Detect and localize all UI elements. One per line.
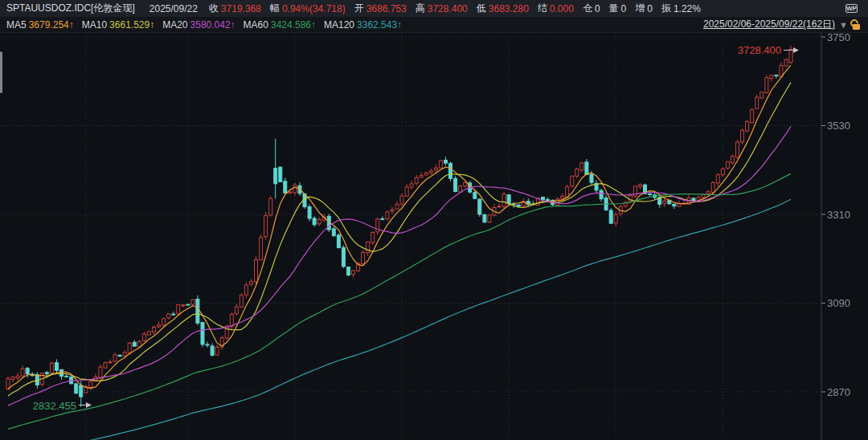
candle-body: [755, 97, 759, 108]
candle-body: [381, 218, 384, 219]
y-axis-label: 2870: [827, 386, 850, 398]
candle-body: [478, 199, 481, 214]
candle-body: [434, 168, 437, 170]
ma-value: 3424.586↑: [271, 19, 316, 31]
ma-item-ma60: MA603424.586↑: [244, 19, 316, 31]
candle-body: [395, 205, 399, 210]
candle-body: [289, 192, 292, 193]
candle-body: [600, 190, 603, 199]
quote-field-9: 振1.22%: [661, 2, 701, 15]
ma120-line: [8, 199, 791, 440]
quote-field-label: 开: [354, 2, 364, 15]
quote-field-2: 开3686.753: [354, 2, 407, 15]
candle-body: [464, 182, 467, 185]
candle-body: [162, 319, 166, 325]
candle-body: [244, 285, 248, 295]
candle-body: [26, 369, 29, 374]
y-axis-label: 3090: [827, 297, 850, 309]
candle-body: [628, 195, 632, 202]
candle-body: [65, 376, 68, 377]
candle-body: [614, 214, 617, 223]
ma-value: 3679.254↑: [29, 19, 74, 31]
quote-field-value: 0: [595, 3, 600, 14]
chevron-down-icon[interactable]: ▼: [839, 20, 848, 30]
candle-body: [113, 355, 117, 361]
candle-body: [337, 235, 340, 248]
candle-body: [711, 182, 714, 192]
period-low-label: 2832.455: [33, 400, 76, 412]
candle-body: [332, 229, 335, 236]
ma-label: MA120: [324, 19, 354, 31]
unlocked-padlock-icon[interactable]: [852, 19, 862, 30]
ma-item-ma20: MA203580.042↑: [162, 19, 235, 31]
candle-body: [483, 215, 486, 222]
candle-body: [784, 59, 788, 66]
candle-body: [362, 252, 365, 263]
ma20-line: [8, 126, 791, 405]
candle-body: [775, 75, 778, 76]
quote-field-4: 低3683.280: [477, 2, 529, 15]
candle-body: [561, 197, 564, 199]
ma-value: 3661.529↑: [109, 19, 154, 31]
candle-body: [147, 332, 150, 335]
candle-body: [692, 198, 695, 201]
quote-fields: 收3719.368幅0.94%(34.718)开3686.753高3728.40…: [209, 2, 710, 15]
quote-field-label: 仓: [583, 2, 592, 15]
candle-body: [473, 193, 477, 199]
candle-body: [215, 347, 219, 355]
candle-body: [575, 169, 579, 177]
candle-body: [386, 212, 389, 219]
range-selector: 2025/02/06-2025/09/22(162日) ▼: [703, 18, 868, 31]
candle-body: [89, 381, 92, 387]
quote-field-value: 0: [621, 3, 627, 14]
quote-field-7: 量0: [609, 2, 627, 15]
candle-body: [45, 373, 48, 374]
quote-field-label: 收: [209, 2, 219, 15]
candle-body: [639, 185, 642, 187]
candle-body: [177, 305, 180, 314]
candle-body: [11, 377, 14, 380]
candle-body: [444, 160, 448, 163]
candle-body: [751, 110, 754, 123]
candle-body: [235, 307, 238, 313]
candle-body: [250, 282, 253, 284]
candle-body: [410, 184, 413, 187]
candle-body: [191, 299, 194, 304]
candle-body: [502, 194, 506, 206]
wp-monitor-icon[interactable]: WP: [845, 2, 863, 15]
quote-field-label: 低: [477, 2, 486, 15]
candle-body: [649, 194, 652, 195]
candle-body: [741, 130, 744, 142]
candle-body: [55, 363, 59, 371]
quote-field-label: 幅: [270, 2, 280, 15]
candle-body: [566, 187, 569, 198]
date-range-selector[interactable]: 2025/02/06-2025/09/22(162日): [703, 18, 835, 31]
quote-field-value: 3686.753: [366, 3, 407, 14]
candle-body: [580, 163, 583, 170]
quote-field-1: 幅0.94%(34.718): [270, 2, 346, 15]
candle-body: [342, 247, 345, 267]
quote-field-label: 增: [635, 2, 645, 15]
ma-value: 3362.543↑: [357, 19, 402, 31]
candle-body: [274, 169, 277, 184]
quote-field-label: 振: [661, 2, 671, 15]
candle-body: [99, 367, 102, 378]
candle-body: [75, 384, 78, 393]
y-axis-label: 3530: [827, 120, 850, 132]
ma-label: MA20: [162, 19, 187, 31]
candlestick-chart-canvas[interactable]: 375035303310309028703728.4002832.455: [0, 0, 868, 440]
candle-body: [609, 210, 612, 223]
left-scrollbar-thumb[interactable]: [0, 51, 2, 93]
candle-body: [240, 295, 243, 308]
quote-date: 2025/09/22: [149, 3, 198, 14]
candle-body: [765, 78, 768, 93]
ma-label: MA10: [82, 19, 107, 31]
ma60-line: [8, 173, 791, 429]
quote-field-5: 结0.000: [538, 2, 574, 15]
candle-body: [542, 198, 545, 200]
quote-field-8: 增0: [635, 2, 653, 15]
candle-body: [308, 207, 311, 219]
candle-body: [128, 343, 131, 352]
candle-body: [366, 242, 370, 253]
candle-body: [371, 233, 375, 243]
